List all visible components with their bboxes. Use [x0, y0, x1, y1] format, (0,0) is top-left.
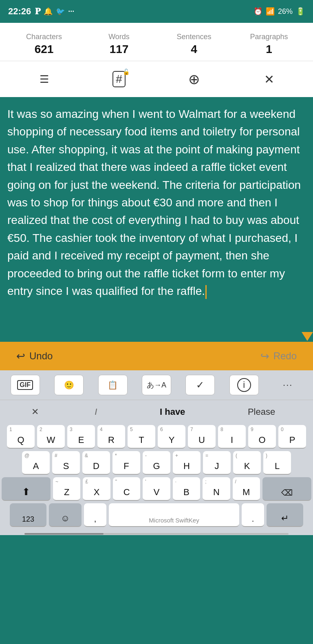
key-h[interactable]: +H	[173, 451, 201, 475]
alarm-icon: ⏰	[253, 7, 262, 16]
add-icon: ⊕	[188, 71, 200, 87]
undo-button[interactable]: ↩ Undo	[16, 350, 53, 363]
status-time: 22:26	[8, 6, 31, 17]
characters-value: 621	[35, 43, 54, 56]
close-icon: ✕	[264, 72, 274, 86]
translate-button[interactable]: あ→A	[142, 375, 171, 395]
keyboard: 1Q 2W 3E 4R 5T 6Y 7U 8I 9O 0P @A #S &D *…	[0, 423, 313, 533]
twitter-icon: 🐦	[56, 7, 65, 16]
key-d[interactable]: &D	[82, 451, 110, 475]
key-e[interactable]: 3E	[67, 425, 95, 449]
stats-panel: Characters 621 Words 117 Sentences 4 Par…	[0, 23, 313, 97]
keyboard-row-3: ⬆ ~Z £X "C 'V ·B ;N /M ⌫	[2, 477, 311, 501]
key-w[interactable]: 2W	[37, 425, 65, 449]
info-icon: i	[237, 378, 251, 392]
emoji-key[interactable]: ☺	[49, 503, 82, 527]
checkmark-button[interactable]: ✓	[185, 375, 215, 395]
stats-row: Characters 621 Words 117 Sentences 4 Par…	[0, 29, 313, 61]
add-button[interactable]: ⊕	[182, 67, 206, 91]
words-label: Words	[108, 33, 130, 41]
undo-icon: ↩	[16, 350, 25, 363]
backspace-key[interactable]: ⌫	[262, 477, 311, 501]
sticker-button[interactable]: 🙂	[54, 375, 84, 395]
gif-icon: GIF	[17, 380, 33, 390]
stat-paragraphs: Paragraphs 1	[231, 33, 306, 56]
key-r[interactable]: 4R	[97, 425, 125, 449]
key-v[interactable]: 'V	[143, 477, 170, 501]
redo-button[interactable]: ↪ Redo	[260, 350, 297, 363]
key-p[interactable]: 0P	[278, 425, 306, 449]
scrollbar-area	[0, 533, 313, 535]
undo-label: Undo	[29, 350, 53, 362]
clipboard-icon: 📋	[108, 380, 118, 390]
checkmark-icon: ✓	[196, 379, 204, 391]
key-t[interactable]: 5T	[128, 425, 155, 449]
suggestion-italic[interactable]: I	[88, 405, 104, 419]
suggestions-bar: ✕ I I have Please	[0, 400, 313, 423]
sticker-icon: 🙂	[64, 380, 74, 390]
comma-key[interactable]: ,	[84, 503, 106, 527]
key-k[interactable]: (K	[233, 451, 261, 475]
stat-words: Words 117	[82, 33, 156, 56]
key-o[interactable]: 9O	[248, 425, 276, 449]
keyboard-toolbar: GIF 🙂 📋 あ→A ✓ i ···	[0, 370, 313, 400]
shift-key[interactable]: ⬆	[2, 477, 51, 501]
more-tools-button[interactable]: ···	[273, 375, 302, 395]
key-j[interactable]: =J	[203, 451, 231, 475]
key-z[interactable]: ~Z	[53, 477, 80, 501]
cursor-handle[interactable]	[302, 332, 313, 341]
lock-icon: 🔓	[123, 69, 130, 75]
paragraphs-label: Paragraphs	[250, 33, 288, 41]
sentences-label: Sentences	[176, 33, 211, 41]
key-x[interactable]: £X	[83, 477, 110, 501]
key-s[interactable]: #S	[52, 451, 80, 475]
scrollbar-track[interactable]	[24, 533, 289, 535]
more-icon: ···	[68, 7, 74, 16]
enter-key[interactable]: ↵	[267, 503, 303, 527]
text-content-area[interactable]: It was so amazing when I went to Walmart…	[0, 97, 313, 342]
notification-icon: 🔔	[44, 7, 53, 16]
space-key[interactable]: Microsoft SwiftKey	[109, 503, 239, 527]
key-l[interactable]: )L	[263, 451, 291, 475]
period-key[interactable]: .	[242, 503, 264, 527]
key-y[interactable]: 6Y	[158, 425, 185, 449]
num-key[interactable]: 123	[10, 503, 46, 527]
suggestion-active[interactable]: I have	[153, 405, 192, 419]
key-g[interactable]: -G	[143, 451, 170, 475]
battery-percent: 26%	[278, 7, 293, 16]
key-m[interactable]: /M	[233, 477, 260, 501]
key-n[interactable]: ;N	[203, 477, 230, 501]
clipboard-button[interactable]: 📋	[98, 375, 128, 395]
key-i[interactable]: 8I	[218, 425, 246, 449]
suggestion-passive[interactable]: Please	[241, 405, 282, 419]
translate-icon: あ→A	[147, 380, 166, 390]
sentences-value: 4	[191, 43, 197, 56]
document-text: It was so amazing when I went to Walmart…	[7, 108, 301, 297]
key-u[interactable]: 7U	[188, 425, 216, 449]
signal-icon: 📶	[266, 7, 275, 16]
key-q[interactable]: 1Q	[7, 425, 35, 449]
keyboard-row-2: @A #S &D *F -G +H =J (K )L	[2, 451, 311, 475]
key-b[interactable]: ·B	[173, 477, 200, 501]
undo-redo-bar: ↩ Undo ↪ Redo	[0, 342, 313, 370]
menu-icon: ☰	[40, 73, 49, 86]
stat-characters: Characters 621	[7, 33, 82, 56]
snippet-button[interactable]: # 🔓	[107, 67, 131, 91]
pocketcasts-icon: 𝐏	[35, 6, 40, 17]
text-cursor	[205, 285, 207, 299]
keyboard-row-1: 1Q 2W 3E 4R 5T 6Y 7U 8I 9O 0P	[2, 425, 311, 449]
gif-button[interactable]: GIF	[11, 375, 40, 395]
redo-icon: ↪	[260, 350, 269, 363]
redo-label: Redo	[273, 350, 297, 362]
scrollbar-thumb[interactable]	[24, 533, 104, 535]
words-value: 117	[110, 43, 129, 56]
suggestions-close-button[interactable]: ✕	[31, 407, 39, 417]
suggestions-close-icon: ✕	[31, 407, 39, 417]
info-button[interactable]: i	[229, 375, 259, 395]
key-f[interactable]: *F	[112, 451, 140, 475]
characters-label: Characters	[26, 33, 62, 41]
menu-button[interactable]: ☰	[32, 67, 56, 91]
key-c[interactable]: "C	[113, 477, 140, 501]
key-a[interactable]: @A	[22, 451, 50, 475]
close-button[interactable]: ✕	[257, 67, 281, 91]
